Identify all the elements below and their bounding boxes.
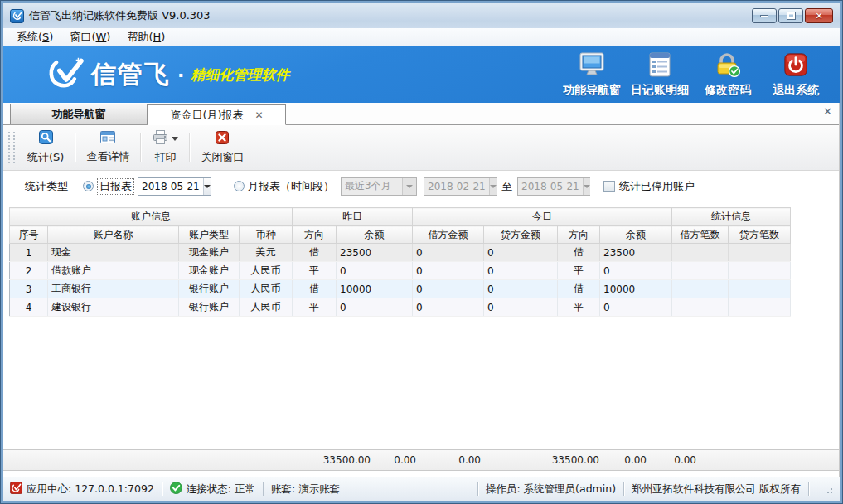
group-today: 今日	[413, 208, 672, 226]
col-debit-count[interactable]: 借方笔数	[672, 226, 729, 244]
col-balance-prev[interactable]: 余额	[337, 226, 413, 244]
exit-system-button[interactable]: 退出系统	[762, 52, 830, 98]
bottom-gap	[3, 471, 839, 477]
statusbar-app-icon	[10, 482, 22, 497]
total-credit-count: 0.00	[674, 454, 696, 466]
tab-nav-window[interactable]: 功能导航窗	[10, 104, 148, 124]
status-separator	[263, 482, 264, 496]
table-row[interactable]: 3工商银行银行账户人民币借1000000借10000	[10, 280, 791, 298]
group-statistics: 统计信息	[672, 208, 791, 226]
journal-detail-button[interactable]: 日记账明细	[626, 52, 694, 98]
dropdown-arrow-icon	[583, 178, 590, 195]
app-center-status: 应用中心: 127.0.0.1:7092	[10, 482, 154, 497]
report-grid-area: 账户信息 昨日 今日 统计信息 序号 账户名称 账户类型 币种 方向 余额 借方…	[3, 201, 839, 449]
filter-section-label: 统计类型	[25, 179, 68, 194]
app-window: 信管飞出纳记账软件免费版 V9.0.303 ✕ 系统(S) 窗口(W) 帮助(H…	[0, 0, 843, 504]
total-debit-amount: 0.00	[394, 454, 416, 466]
status-separator	[477, 482, 478, 496]
window-title: 信管飞出纳记账软件免费版 V9.0.303	[29, 8, 752, 23]
daily-date-select[interactable]: 2018-05-21	[138, 177, 211, 196]
banner-actions: 功能导航窗 日记账明细 修改密码 退出系统	[558, 52, 830, 98]
view-details-button[interactable]: 查看详情	[76, 128, 139, 167]
col-account-name[interactable]: 账户名称	[48, 226, 179, 244]
dropdown-arrow-icon[interactable]	[203, 178, 211, 195]
menu-system[interactable]: 系统(S)	[8, 28, 61, 46]
client-area: 功能导航窗 资金日(月)报表 ✕ ✕ 统计(S) 查看详情	[3, 103, 840, 477]
copyright-text: 郑州亚拓软件科技有限公司 版权所有	[632, 482, 801, 497]
account-set-status: 账套: 演示账套	[271, 482, 340, 497]
status-separator	[808, 482, 809, 496]
daily-report-radio[interactable]	[83, 181, 94, 191]
table-row[interactable]: 2借款账户现金账户人民币平000平0	[10, 262, 791, 280]
close-window-button[interactable]: 关闭窗口	[191, 128, 254, 167]
titlebar: 信管飞出纳记账软件免费版 V9.0.303 ✕	[3, 3, 840, 28]
col-account-type[interactable]: 账户类型	[179, 226, 240, 244]
close-icon: ✕	[815, 12, 822, 21]
col-credit-count[interactable]: 贷方笔数	[729, 226, 791, 244]
col-currency[interactable]: 币种	[240, 226, 293, 244]
toolbar-separator	[140, 133, 141, 162]
menu-window[interactable]: 窗口(W)	[61, 28, 119, 46]
tabstrip: 功能导航窗 资金日(月)报表 ✕ ✕	[3, 103, 839, 125]
resize-grip-icon[interactable]	[823, 484, 833, 494]
total-credit-amount: 0.00	[458, 454, 481, 466]
toolbar-separator	[189, 133, 190, 162]
totals-bar: 33500.00 0.00 0.00 33500.00 0.00 0.00	[3, 449, 839, 471]
filterbar: 统计类型 日报表 2018-05-21 月报表（时间段） 最近3个月 2018-…	[3, 171, 839, 201]
col-seq[interactable]: 序号	[10, 226, 48, 244]
col-direction-today[interactable]: 方向	[558, 226, 600, 244]
toolbar-grip[interactable]	[8, 132, 15, 163]
dropdown-arrow-icon	[489, 178, 497, 195]
ledger-list-icon	[647, 52, 672, 80]
print-button[interactable]: 打印	[142, 128, 188, 167]
status-separator	[162, 482, 162, 496]
maximize-button[interactable]	[778, 8, 803, 23]
close-button[interactable]: ✕	[805, 8, 833, 23]
power-icon	[782, 52, 809, 80]
app-logo-icon	[10, 9, 24, 23]
to-label: 至	[501, 179, 512, 194]
menu-help[interactable]: 帮助(H)	[119, 28, 173, 46]
col-debit-amount[interactable]: 借方金额	[413, 226, 484, 244]
monthly-report-label[interactable]: 月报表（时间段）	[248, 179, 334, 194]
dropdown-arrow-icon	[402, 178, 416, 195]
minimize-icon	[760, 15, 768, 17]
tab-funds-report[interactable]: 资金日(月)报表 ✕	[148, 104, 286, 125]
col-direction-prev[interactable]: 方向	[293, 226, 337, 244]
statusbar: 应用中心: 127.0.0.1:7092 连接状态: 正常 账套: 演示账套 操…	[3, 477, 840, 501]
include-disabled-accounts-checkbox[interactable]	[603, 181, 615, 192]
menubar: 系统(S) 窗口(W) 帮助(H)	[3, 28, 840, 46]
group-header-row: 账户信息 昨日 今日 统计信息	[10, 208, 791, 226]
daily-report-label[interactable]: 日报表	[97, 178, 134, 195]
operator-status: 操作员: 系统管理员(admin)	[486, 482, 616, 497]
include-disabled-accounts-label[interactable]: 统计已停用账户	[619, 179, 695, 194]
print-dropdown-arrow-icon[interactable]	[172, 137, 178, 141]
detail-window-icon	[100, 131, 115, 147]
table-row[interactable]: 1现金现金账户美元借2350000借23500	[10, 244, 791, 262]
nav-window-button[interactable]: 功能导航窗	[558, 52, 626, 98]
status-separator	[623, 482, 624, 496]
group-account-info: 账户信息	[10, 208, 293, 226]
change-password-button[interactable]: 修改密码	[694, 52, 762, 98]
date-to-select: 2018-05-21	[517, 177, 590, 196]
range-preset-select: 最近3个月	[341, 177, 417, 196]
brand-logo-icon	[46, 56, 85, 93]
panel-close-icon[interactable]: ✕	[823, 106, 832, 117]
window-controls: ✕	[752, 8, 833, 23]
col-balance-today[interactable]: 余额	[600, 226, 672, 244]
col-credit-amount[interactable]: 贷方金额	[484, 226, 558, 244]
toolbar: 统计(S) 查看详情 打印	[3, 125, 839, 171]
total-balance-prev: 33500.00	[323, 454, 371, 466]
statistics-button[interactable]: 统计(S)	[17, 128, 74, 167]
table-row[interactable]: 4建设银行银行账户人民币平000平0	[10, 298, 791, 317]
monthly-report-radio[interactable]	[234, 181, 245, 191]
tab-close-icon[interactable]: ✕	[255, 110, 264, 120]
monitor-icon	[578, 52, 606, 80]
column-header-row: 序号 账户名称 账户类型 币种 方向 余额 借方金额 贷方金额 方向 余额 借方…	[10, 226, 791, 244]
brand-name: 信管飞	[91, 58, 171, 92]
total-debit-count: 0.00	[624, 454, 647, 466]
banner: 信管飞 · 精细化管理软件 功能导航窗 日记账明细 修改密码	[3, 46, 840, 103]
close-window-icon	[216, 131, 229, 148]
lock-icon	[715, 52, 741, 80]
minimize-button[interactable]	[752, 8, 777, 23]
